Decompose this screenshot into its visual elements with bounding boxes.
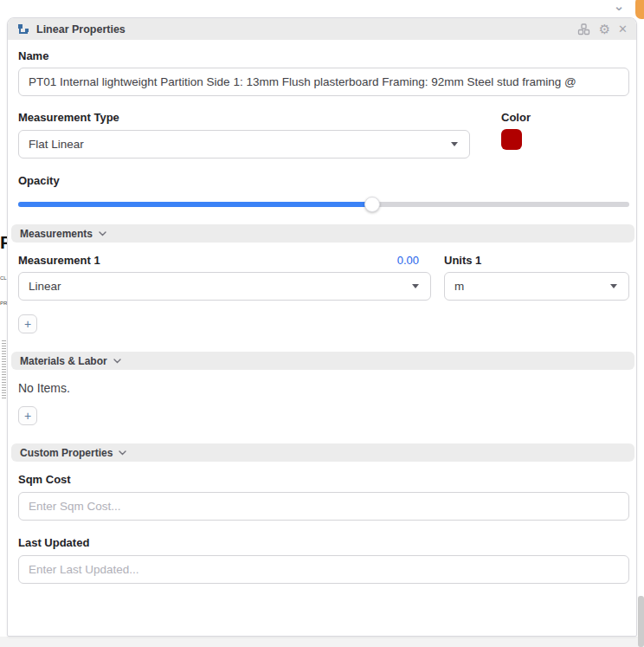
units-1-select[interactable]: m bbox=[444, 272, 629, 301]
measurement-type-label: Measurement Type bbox=[18, 111, 470, 124]
chevron-down-icon bbox=[99, 231, 106, 236]
name-label: Name bbox=[18, 49, 629, 62]
measurement-1-type-select[interactable]: Linear bbox=[18, 272, 431, 301]
sqm-cost-input[interactable] bbox=[18, 492, 629, 521]
assembly-cubes-icon[interactable] bbox=[576, 23, 591, 36]
opacity-label: Opacity bbox=[18, 174, 629, 187]
materials-labor-section-title: Materials & Labor bbox=[20, 355, 107, 367]
measurement-1-value: 0.00 bbox=[397, 254, 431, 267]
page-background-strip bbox=[0, 637, 644, 647]
units-1-label: Units 1 bbox=[444, 254, 629, 267]
measurement-type-select[interactable]: Flat Linear bbox=[18, 130, 470, 159]
sqm-cost-label: Sqm Cost bbox=[18, 473, 629, 486]
panel-title: Linear Properties bbox=[36, 23, 126, 36]
color-swatch[interactable] bbox=[501, 129, 522, 150]
custom-properties-section-title: Custom Properties bbox=[20, 447, 113, 459]
collapse-chevron-icon[interactable]: ⌄ bbox=[609, 0, 628, 16]
measurements-section-header[interactable]: Measurements bbox=[11, 224, 634, 243]
custom-properties-section-header[interactable]: Custom Properties bbox=[11, 443, 634, 462]
chevron-down-icon bbox=[113, 359, 121, 364]
chevron-down-icon bbox=[451, 142, 458, 146]
gear-icon[interactable]: ⚙ bbox=[599, 23, 610, 36]
opacity-slider[interactable] bbox=[18, 202, 629, 207]
opacity-slider-thumb[interactable] bbox=[364, 197, 380, 212]
last-updated-label: Last Updated bbox=[18, 536, 629, 549]
add-material-button[interactable]: + bbox=[18, 406, 37, 425]
units-1-value: m bbox=[454, 280, 610, 293]
chevron-down-icon bbox=[119, 450, 126, 456]
measurement-1-type-value: Linear bbox=[29, 280, 412, 293]
measurements-section-title: Measurements bbox=[20, 228, 93, 240]
color-label: Color bbox=[501, 111, 531, 124]
linear-measure-icon bbox=[16, 23, 30, 36]
materials-labor-section-header[interactable]: Materials & Labor bbox=[11, 352, 634, 370]
materials-empty-text: No Items. bbox=[18, 381, 629, 395]
background-document-fragment bbox=[2, 340, 6, 399]
name-input[interactable] bbox=[18, 68, 629, 96]
panel-header[interactable]: Linear Properties ⚙ ✕ bbox=[8, 18, 636, 40]
background-orange-button[interactable] bbox=[635, 0, 644, 19]
close-icon[interactable]: ✕ bbox=[618, 23, 628, 35]
chevron-down-icon bbox=[412, 284, 419, 288]
chevron-down-icon bbox=[610, 284, 617, 288]
scrollbar-thumb[interactable] bbox=[638, 596, 644, 647]
linear-properties-panel: Linear Properties ⚙ ✕ Name Measurement T… bbox=[7, 17, 637, 637]
measurement-1-label: Measurement 1 bbox=[18, 254, 100, 267]
last-updated-input[interactable] bbox=[18, 555, 629, 584]
measurement-type-value: Flat Linear bbox=[29, 138, 451, 151]
add-measurement-button[interactable]: + bbox=[18, 314, 37, 333]
opacity-slider-fill bbox=[18, 202, 372, 207]
